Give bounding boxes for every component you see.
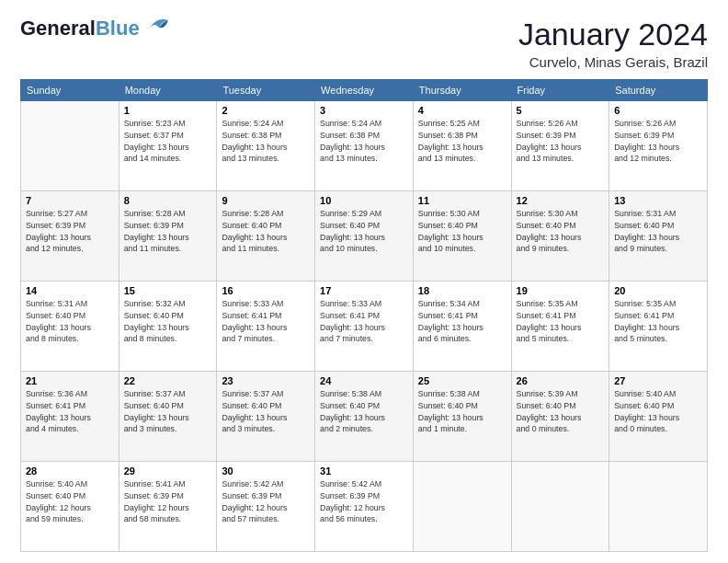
day-number: 31 — [320, 465, 408, 477]
calendar-cell: 8Sunrise: 5:28 AM Sunset: 6:39 PM Daylig… — [119, 191, 217, 282]
day-info: Sunrise: 5:37 AM Sunset: 6:40 PM Dayligh… — [124, 388, 212, 435]
calendar-cell: 19Sunrise: 5:35 AM Sunset: 6:41 PM Dayli… — [511, 282, 609, 372]
day-number: 26 — [517, 375, 605, 386]
calendar-cell: 2Sunrise: 5:24 AM Sunset: 6:38 PM Daylig… — [217, 101, 315, 191]
location: Curvelo, Minas Gerais, Brazil — [518, 54, 708, 70]
day-number: 6 — [614, 105, 702, 116]
day-info: Sunrise: 5:28 AM Sunset: 6:39 PM Dayligh… — [124, 208, 212, 255]
calendar-cell — [609, 462, 708, 552]
day-number: 15 — [124, 285, 212, 296]
day-info: Sunrise: 5:40 AM Sunset: 6:40 PM Dayligh… — [614, 388, 702, 435]
calendar-cell: 16Sunrise: 5:33 AM Sunset: 6:41 PM Dayli… — [217, 282, 315, 372]
day-number: 12 — [517, 195, 605, 206]
day-info: Sunrise: 5:26 AM Sunset: 6:39 PM Dayligh… — [517, 118, 605, 165]
calendar-cell: 26Sunrise: 5:39 AM Sunset: 6:40 PM Dayli… — [511, 372, 609, 462]
day-number: 7 — [26, 195, 114, 206]
day-number: 29 — [124, 465, 212, 477]
day-number: 18 — [418, 285, 506, 296]
day-info: Sunrise: 5:24 AM Sunset: 6:38 PM Dayligh… — [222, 118, 310, 165]
week-row-4: 21Sunrise: 5:36 AM Sunset: 6:41 PM Dayli… — [21, 372, 708, 462]
day-info: Sunrise: 5:23 AM Sunset: 6:37 PM Dayligh… — [124, 118, 212, 165]
calendar-cell: 10Sunrise: 5:29 AM Sunset: 6:40 PM Dayli… — [315, 191, 414, 282]
day-info: Sunrise: 5:32 AM Sunset: 6:40 PM Dayligh… — [124, 298, 212, 345]
calendar-cell: 5Sunrise: 5:26 AM Sunset: 6:39 PM Daylig… — [511, 101, 609, 191]
calendar-cell: 22Sunrise: 5:37 AM Sunset: 6:40 PM Dayli… — [119, 372, 217, 462]
week-row-3: 14Sunrise: 5:31 AM Sunset: 6:40 PM Dayli… — [21, 282, 708, 372]
day-info: Sunrise: 5:29 AM Sunset: 6:40 PM Dayligh… — [320, 208, 408, 255]
day-number: 22 — [124, 375, 212, 386]
day-number: 8 — [124, 195, 212, 206]
page: GeneralBlue January 2024 Curvelo, Minas … — [0, 0, 728, 563]
day-header-tuesday: Tuesday — [217, 80, 315, 101]
day-info: Sunrise: 5:33 AM Sunset: 6:41 PM Dayligh… — [222, 298, 310, 345]
calendar-cell — [413, 462, 511, 552]
calendar-cell: 23Sunrise: 5:37 AM Sunset: 6:40 PM Dayli… — [217, 372, 315, 462]
day-number: 23 — [222, 375, 310, 386]
day-info: Sunrise: 5:42 AM Sunset: 6:39 PM Dayligh… — [320, 478, 408, 525]
day-number: 24 — [320, 375, 408, 386]
day-info: Sunrise: 5:41 AM Sunset: 6:39 PM Dayligh… — [124, 478, 212, 525]
calendar-table: SundayMondayTuesdayWednesdayThursdayFrid… — [20, 79, 708, 552]
calendar-cell: 25Sunrise: 5:38 AM Sunset: 6:40 PM Dayli… — [413, 372, 511, 462]
day-number: 21 — [26, 375, 114, 386]
calendar-cell: 1Sunrise: 5:23 AM Sunset: 6:37 PM Daylig… — [119, 101, 217, 191]
day-info: Sunrise: 5:35 AM Sunset: 6:41 PM Dayligh… — [614, 298, 702, 345]
calendar-cell — [511, 462, 609, 552]
day-info: Sunrise: 5:40 AM Sunset: 6:40 PM Dayligh… — [26, 478, 114, 525]
day-info: Sunrise: 5:31 AM Sunset: 6:40 PM Dayligh… — [614, 208, 702, 255]
calendar-cell: 13Sunrise: 5:31 AM Sunset: 6:40 PM Dayli… — [609, 191, 708, 282]
day-number: 25 — [418, 375, 506, 386]
day-info: Sunrise: 5:25 AM Sunset: 6:38 PM Dayligh… — [418, 118, 506, 165]
day-info: Sunrise: 5:26 AM Sunset: 6:39 PM Dayligh… — [614, 118, 702, 165]
calendar-cell — [21, 101, 119, 191]
calendar-cell: 27Sunrise: 5:40 AM Sunset: 6:40 PM Dayli… — [609, 372, 708, 462]
calendar-cell: 20Sunrise: 5:35 AM Sunset: 6:41 PM Dayli… — [609, 282, 708, 372]
calendar-cell: 29Sunrise: 5:41 AM Sunset: 6:39 PM Dayli… — [119, 462, 217, 552]
day-number: 27 — [614, 375, 702, 386]
calendar-cell: 9Sunrise: 5:28 AM Sunset: 6:40 PM Daylig… — [217, 191, 315, 282]
day-number: 13 — [614, 195, 702, 206]
week-row-2: 7Sunrise: 5:27 AM Sunset: 6:39 PM Daylig… — [21, 191, 708, 282]
logo-bird-icon — [142, 15, 172, 35]
calendar-cell: 12Sunrise: 5:30 AM Sunset: 6:40 PM Dayli… — [511, 191, 609, 282]
day-header-sunday: Sunday — [21, 80, 119, 101]
day-info: Sunrise: 5:42 AM Sunset: 6:39 PM Dayligh… — [222, 478, 310, 525]
calendar-cell: 6Sunrise: 5:26 AM Sunset: 6:39 PM Daylig… — [609, 101, 708, 191]
day-header-friday: Friday — [511, 80, 609, 101]
day-number: 19 — [517, 285, 605, 296]
calendar-header-row: SundayMondayTuesdayWednesdayThursdayFrid… — [21, 80, 708, 101]
calendar-cell: 18Sunrise: 5:34 AM Sunset: 6:41 PM Dayli… — [413, 282, 511, 372]
header: GeneralBlue January 2024 Curvelo, Minas … — [20, 17, 708, 70]
day-number: 17 — [320, 285, 408, 296]
day-header-saturday: Saturday — [609, 80, 708, 101]
day-number: 3 — [320, 105, 408, 116]
day-info: Sunrise: 5:24 AM Sunset: 6:38 PM Dayligh… — [320, 118, 408, 165]
calendar-cell: 17Sunrise: 5:33 AM Sunset: 6:41 PM Dayli… — [315, 282, 414, 372]
day-info: Sunrise: 5:39 AM Sunset: 6:40 PM Dayligh… — [517, 388, 605, 435]
calendar-cell: 7Sunrise: 5:27 AM Sunset: 6:39 PM Daylig… — [21, 191, 119, 282]
month-title: January 2024 — [518, 17, 708, 52]
day-number: 4 — [418, 105, 506, 116]
week-row-5: 28Sunrise: 5:40 AM Sunset: 6:40 PM Dayli… — [21, 462, 708, 552]
day-number: 1 — [124, 105, 212, 116]
day-info: Sunrise: 5:30 AM Sunset: 6:40 PM Dayligh… — [517, 208, 605, 255]
day-info: Sunrise: 5:33 AM Sunset: 6:41 PM Dayligh… — [320, 298, 408, 345]
day-info: Sunrise: 5:38 AM Sunset: 6:40 PM Dayligh… — [418, 388, 506, 435]
calendar-cell: 30Sunrise: 5:42 AM Sunset: 6:39 PM Dayli… — [217, 462, 315, 552]
day-info: Sunrise: 5:37 AM Sunset: 6:40 PM Dayligh… — [222, 388, 310, 435]
day-info: Sunrise: 5:30 AM Sunset: 6:40 PM Dayligh… — [418, 208, 506, 255]
day-info: Sunrise: 5:31 AM Sunset: 6:40 PM Dayligh… — [26, 298, 114, 345]
day-number: 10 — [320, 195, 408, 206]
day-info: Sunrise: 5:35 AM Sunset: 6:41 PM Dayligh… — [517, 298, 605, 345]
day-header-wednesday: Wednesday — [315, 80, 414, 101]
calendar-cell: 11Sunrise: 5:30 AM Sunset: 6:40 PM Dayli… — [413, 191, 511, 282]
day-number: 5 — [517, 105, 605, 116]
title-block: January 2024 Curvelo, Minas Gerais, Braz… — [518, 17, 708, 70]
week-row-1: 1Sunrise: 5:23 AM Sunset: 6:37 PM Daylig… — [21, 101, 708, 191]
day-info: Sunrise: 5:28 AM Sunset: 6:40 PM Dayligh… — [222, 208, 310, 255]
calendar-cell: 14Sunrise: 5:31 AM Sunset: 6:40 PM Dayli… — [21, 282, 119, 372]
calendar-cell: 28Sunrise: 5:40 AM Sunset: 6:40 PM Dayli… — [21, 462, 119, 552]
day-number: 20 — [614, 285, 702, 296]
day-number: 14 — [26, 285, 114, 296]
day-number: 11 — [418, 195, 506, 206]
